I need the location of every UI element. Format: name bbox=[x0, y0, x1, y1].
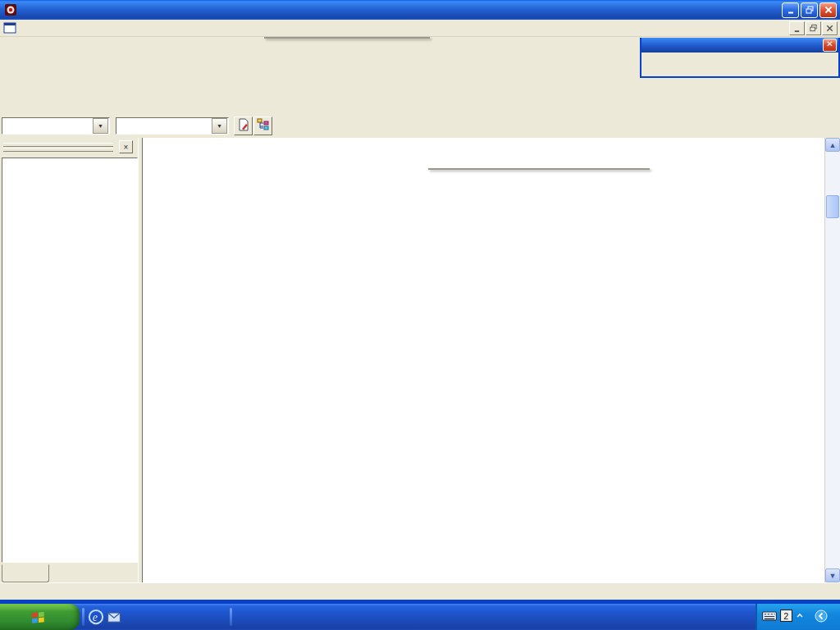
start-button[interactable] bbox=[0, 604, 80, 630]
minimize-button[interactable] bbox=[782, 2, 799, 18]
scroll-up-icon[interactable]: ▲ bbox=[825, 138, 840, 152]
scrollbar-thumb[interactable] bbox=[826, 195, 839, 218]
panel-close-icon[interactable]: × bbox=[119, 140, 133, 153]
online-menu bbox=[264, 37, 430, 39]
scroll-down-icon[interactable]: ▼ bbox=[825, 568, 840, 582]
titlebar[interactable] bbox=[0, 0, 840, 20]
monitor-status-titlebar[interactable]: ✕ bbox=[641, 38, 838, 52]
app-icon bbox=[4, 3, 17, 16]
gx-developer-window: ▼ ▼ × ▲ ▼ ✕ bbox=[0, 0, 840, 630]
keyboard-icon[interactable] bbox=[762, 610, 777, 624]
project-data-list-button[interactable] bbox=[253, 116, 272, 135]
mdi-close-button[interactable] bbox=[822, 21, 838, 35]
mdi-restore-button[interactable] bbox=[806, 21, 821, 35]
doc-pencil-icon bbox=[237, 118, 250, 135]
taskbar: e 2 bbox=[0, 604, 840, 630]
system-tray: 2 bbox=[756, 604, 840, 630]
project-panel: × bbox=[0, 138, 139, 582]
menubar bbox=[0, 20, 840, 37]
hide-icons-icon[interactable] bbox=[796, 611, 804, 623]
statusbar bbox=[0, 582, 840, 600]
panel-grip[interactable] bbox=[3, 148, 113, 152]
chevron-down-icon[interactable]: ▼ bbox=[212, 118, 227, 134]
mdi-minimize-button[interactable] bbox=[789, 21, 805, 35]
ime-indicator-icon[interactable]: 2 bbox=[780, 609, 792, 624]
outlook-express-icon[interactable] bbox=[105, 608, 123, 626]
panel-grip[interactable] bbox=[3, 143, 113, 147]
svg-text:e: e bbox=[93, 611, 98, 623]
project-tree[interactable] bbox=[2, 158, 138, 563]
windows-logo-icon bbox=[31, 609, 46, 624]
svg-text:2: 2 bbox=[783, 611, 788, 621]
device-combobox[interactable]: ▼ bbox=[116, 117, 229, 135]
project-tab[interactable] bbox=[2, 564, 49, 582]
program-combobox[interactable]: ▼ bbox=[2, 117, 110, 135]
internet-explorer-icon[interactable]: e bbox=[87, 608, 105, 626]
data-switch-toolbar: ▼ ▼ bbox=[2, 116, 273, 135]
monitor-close-icon[interactable]: ✕ bbox=[823, 39, 837, 52]
taskband-divider bbox=[230, 608, 232, 626]
tree-view-icon bbox=[257, 118, 270, 135]
monitor-status-window: ✕ bbox=[640, 38, 840, 78]
mdi-child-icon[interactable] bbox=[3, 22, 16, 34]
chevron-down-icon[interactable]: ▼ bbox=[93, 118, 108, 134]
restore-button[interactable] bbox=[801, 2, 818, 18]
tray-chevron-icon[interactable] bbox=[815, 609, 828, 625]
statement-edit-button[interactable] bbox=[234, 116, 253, 135]
ladder-editor[interactable] bbox=[142, 138, 825, 582]
quicklaunch-divider bbox=[82, 608, 84, 626]
close-button[interactable] bbox=[819, 2, 837, 18]
tray-icons: 2 bbox=[762, 609, 804, 624]
monitor-submenu bbox=[428, 168, 650, 170]
vertical-scrollbar[interactable]: ▲ ▼ bbox=[824, 138, 840, 582]
